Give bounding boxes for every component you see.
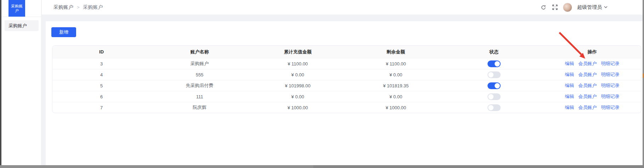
- action-detail-record-link[interactable]: 明细记录: [601, 71, 619, 78]
- toggle-knob: [495, 61, 500, 66]
- cell-actions: 编辑会员账户明细记录: [543, 71, 641, 78]
- app-window: 采购账户 采购账户 采购账户 > 采购账户 超级管理员: [0, 0, 644, 168]
- action-edit-link[interactable]: 编辑: [565, 82, 574, 89]
- window-border-left: [0, 0, 1, 168]
- cell-balance: ¥ 1000.00: [347, 105, 445, 110]
- table-row: 6 111 ¥ 0.00 ¥ 0.00 编辑会员账户明细记录: [52, 91, 641, 102]
- status-toggle[interactable]: [488, 60, 501, 67]
- cell-status: [445, 82, 543, 89]
- action-member-account-link[interactable]: 会员账户: [578, 104, 597, 111]
- cell-name: 阮庆辉: [150, 104, 249, 111]
- action-edit-link[interactable]: 编辑: [565, 104, 574, 111]
- action-edit-link[interactable]: 编辑: [565, 60, 574, 67]
- cell-recharge: ¥ 101998.00: [249, 83, 347, 88]
- cell-recharge: ¥ 1100.00: [249, 61, 347, 66]
- column-header-name: 账户名称: [150, 49, 249, 55]
- toggle-knob: [488, 94, 494, 99]
- toggle-knob: [488, 72, 494, 77]
- status-toggle[interactable]: [488, 82, 501, 89]
- status-toggle[interactable]: [488, 71, 501, 78]
- sidebar-divider: [1, 17, 41, 17]
- action-member-account-link[interactable]: 会员账户: [578, 60, 597, 67]
- action-member-account-link[interactable]: 会员账户: [578, 93, 597, 100]
- column-header-status: 状态: [445, 49, 543, 55]
- action-edit-link[interactable]: 编辑: [565, 71, 574, 78]
- table-row: 7 阮庆辉 ¥ 1000.00 ¥ 1000.00 编辑会员账户明细记录: [52, 102, 641, 113]
- table-row: 5 先采购后付费 ¥ 101998.00 ¥ 101819.35 编辑会员账户明…: [52, 80, 641, 91]
- content-area: 新增 ID 账户名称 累计充值金额 剩余金额 状态 操作 3 采购账户 ¥ 11…: [41, 15, 643, 165]
- fullscreen-icon[interactable]: [552, 4, 558, 11]
- table-row: 4 555 ¥ 0.00 ¥ 0.00 编辑会员账户明细记录: [52, 69, 641, 80]
- content-panel: 新增 ID 账户名称 累计充值金额 剩余金额 状态 操作 3 采购账户 ¥ 11…: [46, 21, 643, 165]
- breadcrumb-item-current: 采购账户: [83, 4, 103, 11]
- sidebar-item-purchase-account[interactable]: 采购账户: [5, 20, 39, 31]
- cell-recharge: ¥ 1000.00: [249, 105, 347, 110]
- cell-name: 先采购后付费: [150, 82, 249, 89]
- cell-id: 7: [52, 105, 150, 110]
- action-detail-record-link[interactable]: 明细记录: [601, 104, 619, 111]
- chevron-down-icon: [604, 6, 608, 8]
- sidebar-item-label: 采购账户: [8, 23, 27, 28]
- cell-status: [445, 60, 543, 67]
- cell-id: 4: [52, 72, 150, 77]
- cell-actions: 编辑会员账户明细记录: [543, 93, 641, 100]
- cell-actions: 编辑会员账户明细记录: [543, 104, 641, 111]
- toggle-knob: [488, 105, 494, 110]
- table-row: 3 采购账户 ¥ 1100.00 ¥ 1100.00 编辑会员账户明细记录: [52, 58, 641, 69]
- cell-actions: 编辑会员账户明细记录: [543, 60, 641, 67]
- action-edit-link[interactable]: 编辑: [565, 93, 574, 100]
- topbar: 采购账户 > 采购账户 超级管理员: [41, 0, 643, 15]
- cell-balance: ¥ 0.00: [347, 94, 445, 99]
- cell-status: [445, 104, 543, 111]
- column-header-id: ID: [52, 49, 150, 54]
- cell-status: [445, 71, 543, 78]
- table-header-row: ID 账户名称 累计充值金额 剩余金额 状态 操作: [52, 46, 641, 58]
- toggle-knob: [495, 83, 500, 88]
- add-button[interactable]: 新增: [51, 27, 76, 37]
- action-detail-record-link[interactable]: 明细记录: [601, 93, 619, 100]
- sidebar: 采购账户 采购账户: [1, 0, 41, 165]
- accounts-table: ID 账户名称 累计充值金额 剩余金额 状态 操作 3 采购账户 ¥ 1100.…: [52, 45, 642, 113]
- status-toggle[interactable]: [488, 104, 501, 111]
- window-border-bottom: [0, 165, 644, 168]
- status-toggle[interactable]: [488, 93, 501, 100]
- cell-recharge: ¥ 0.00: [249, 94, 347, 99]
- cell-balance: ¥ 101819.35: [347, 83, 445, 88]
- column-header-recharge: 累计充值金额: [249, 49, 347, 55]
- column-header-balance: 剩余金额: [347, 49, 445, 55]
- cell-name: 采购账户: [150, 60, 249, 67]
- refresh-icon[interactable]: [540, 4, 547, 11]
- cell-name: 111: [150, 94, 249, 99]
- breadcrumb-item[interactable]: 采购账户: [53, 4, 73, 11]
- cell-balance: ¥ 0.00: [347, 72, 445, 77]
- topbar-right: 超级管理员: [540, 3, 608, 12]
- user-name-label: 超级管理员: [577, 4, 602, 11]
- cell-balance: ¥ 1100.00: [347, 61, 445, 66]
- cell-recharge: ¥ 0.00: [249, 72, 347, 77]
- cell-status: [445, 93, 543, 100]
- breadcrumb-separator: >: [77, 5, 80, 10]
- app-logo: 采购账户: [8, 0, 25, 17]
- user-menu[interactable]: 超级管理员: [577, 4, 608, 11]
- action-detail-record-link[interactable]: 明细记录: [601, 60, 619, 67]
- cell-id: 6: [52, 94, 150, 99]
- action-member-account-link[interactable]: 会员账户: [578, 71, 597, 78]
- cell-actions: 编辑会员账户明细记录: [543, 82, 641, 89]
- cell-id: 3: [52, 61, 150, 66]
- cell-name: 555: [150, 72, 249, 77]
- action-member-account-link[interactable]: 会员账户: [578, 82, 597, 89]
- cell-id: 5: [52, 83, 150, 88]
- table-body: 3 采购账户 ¥ 1100.00 ¥ 1100.00 编辑会员账户明细记录 4 …: [52, 58, 641, 113]
- breadcrumb: 采购账户 > 采购账户: [53, 4, 103, 11]
- column-header-actions: 操作: [543, 49, 641, 55]
- scrollbar-marker: [643, 74, 644, 78]
- user-avatar[interactable]: [563, 3, 572, 12]
- action-detail-record-link[interactable]: 明细记录: [601, 82, 619, 89]
- window-border-right: [643, 0, 644, 168]
